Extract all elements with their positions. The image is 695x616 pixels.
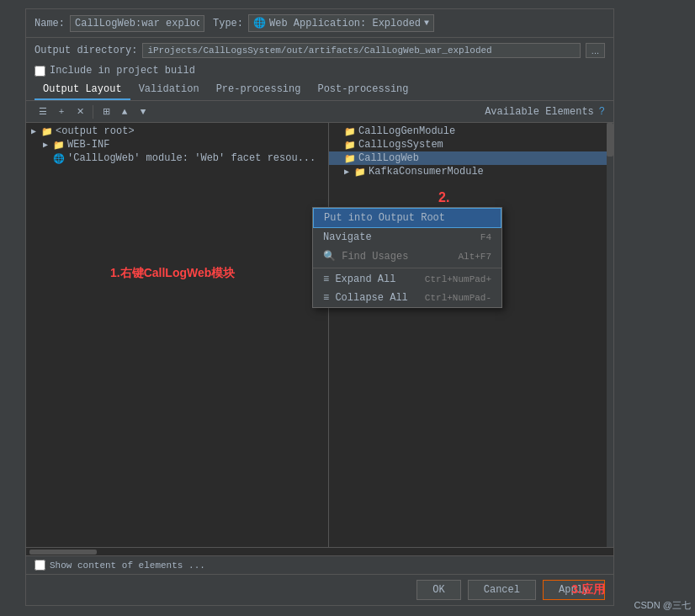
- type-field: Type: 🌐 Web Application: Exploded ▼: [213, 14, 434, 32]
- arrow-icon: [43, 154, 53, 163]
- output-dir-row: Output directory: ...: [26, 38, 613, 63]
- arrow-icon: [334, 127, 344, 136]
- menu-item-shortcut: Ctrl+NumPad-: [425, 293, 491, 303]
- folder-icon: 📁: [344, 126, 356, 137]
- toolbar-list-btn[interactable]: ☰: [34, 104, 51, 119]
- available-elements-label: Available Elements: [485, 106, 594, 118]
- arrow-icon: ▶: [31, 126, 41, 136]
- right-tree-item-callloggenmodule[interactable]: 📁 CallLogGenModule: [329, 125, 613, 138]
- dialog-footer: 3.应用 OK Cancel Apply: [26, 574, 613, 605]
- browse-button[interactable]: ...: [586, 43, 605, 58]
- arrow-icon: [334, 154, 344, 163]
- context-menu-navigate[interactable]: Navigate F4: [313, 228, 501, 247]
- show-content-row: Show content of elements ...: [34, 560, 205, 571]
- tab-postprocessing[interactable]: Post-processing: [309, 80, 416, 100]
- tab-output-layout[interactable]: Output Layout: [34, 80, 130, 100]
- help-icon[interactable]: ?: [599, 106, 605, 118]
- annotation-3: 3.应用: [571, 582, 605, 597]
- folder-icon: 📁: [344, 140, 356, 151]
- scrollbar-thumb: [29, 550, 97, 555]
- annotation-1: 1.右键CallLogWeb模块: [110, 266, 235, 281]
- include-label: Include in project build: [50, 65, 195, 77]
- cancel-button[interactable]: Cancel: [468, 580, 536, 600]
- horizontal-scrollbar[interactable]: [26, 547, 613, 555]
- toolbar-up-btn[interactable]: ▲: [116, 104, 133, 119]
- tab-preprocessing[interactable]: Pre-processing: [208, 80, 310, 100]
- context-menu-expand-all[interactable]: ≡ Expand All Ctrl+NumPad+: [313, 270, 501, 289]
- toolbar-add-btn[interactable]: +: [53, 104, 70, 119]
- annotation-2: 2.: [438, 190, 449, 205]
- arrow-icon: [334, 141, 344, 150]
- web-app-icon: 🌐: [253, 17, 266, 29]
- menu-item-shortcut: Ctrl+NumPad+: [425, 274, 491, 284]
- tree-item-calllogweb-module[interactable]: 🌐 'CallLogWeb' module: 'Web' facet resou…: [26, 151, 328, 165]
- right-scrollbar[interactable]: [607, 123, 613, 547]
- tree-label: CallLogGenModule: [358, 125, 455, 137]
- menu-item-label: ≡ Expand All: [323, 273, 395, 285]
- right-tree-item-calllogweb[interactable]: 📁 CallLogWeb: [329, 151, 613, 165]
- menu-item-label: Navigate: [323, 231, 372, 243]
- web-icon: 🌐: [53, 153, 65, 164]
- folder-icon: 📁: [354, 167, 366, 178]
- tree-label: WEB-INF: [67, 139, 109, 151]
- folder-icon: 📁: [41, 126, 53, 137]
- tree-label: CallLogsSystem: [358, 139, 443, 151]
- right-tree-item-kafkaconsumermodule[interactable]: ▶ 📁 KafkaConsumerModule: [329, 165, 613, 178]
- type-value: Web Application: Exploded: [269, 18, 421, 29]
- menu-item-label: ≡ Collapse All: [323, 292, 408, 304]
- toolbar-separator-1: [93, 105, 93, 119]
- context-menu-separator: [313, 268, 501, 268]
- bottom-panel: Show content of elements ...: [26, 555, 613, 574]
- tree-item-web-inf[interactable]: ▶ 📁 WEB-INF: [26, 138, 328, 151]
- tree-label: <output root>: [56, 125, 135, 137]
- content-area: ▶ 📁 <output root> ▶ 📁 WEB-INF 🌐 'CallLog…: [26, 123, 613, 547]
- toolbar: ☰ + ✕ ⊞ ▲ ▼ Available Elements ?: [26, 101, 613, 123]
- menu-item-label: Put into Output Root: [324, 212, 445, 224]
- toolbar-down-btn[interactable]: ▼: [135, 104, 151, 119]
- tree-label: 'CallLogWeb' module: 'Web' facet resou..…: [67, 152, 316, 164]
- arrow-icon: ▶: [43, 140, 53, 150]
- name-field: Name:: [34, 15, 204, 32]
- toolbar-grid-btn[interactable]: ⊞: [98, 104, 114, 119]
- ok-button[interactable]: OK: [416, 580, 460, 600]
- menu-item-label: 🔍 Find Usages: [323, 250, 408, 263]
- artifact-dialog: Name: Type: 🌐 Web Application: Exploded …: [25, 8, 614, 606]
- menu-item-shortcut: F4: [480, 232, 491, 242]
- show-content-label: Show content of elements ...: [50, 560, 205, 571]
- tree-label: KafkaConsumerModule: [369, 166, 484, 178]
- toolbar-remove-btn[interactable]: ✕: [72, 104, 88, 119]
- name-input[interactable]: [70, 15, 204, 32]
- show-content-checkbox[interactable]: [34, 560, 45, 571]
- type-label: Type:: [213, 18, 243, 29]
- include-checkbox-row: Include in project build: [26, 63, 613, 80]
- folder-icon: 📁: [344, 153, 356, 164]
- tree-label: CallLogWeb: [358, 152, 419, 164]
- chevron-down-icon: ▼: [424, 19, 429, 28]
- tab-validation[interactable]: Validation: [130, 80, 208, 100]
- context-menu-find-usages[interactable]: 🔍 Find Usages Alt+F7: [313, 247, 501, 266]
- output-dir-label: Output directory:: [34, 45, 137, 56]
- output-dir-input[interactable]: [142, 43, 580, 58]
- tabs-bar: Output Layout Validation Pre-processing …: [26, 80, 613, 101]
- tree-item-output-root[interactable]: ▶ 📁 <output root>: [26, 125, 328, 138]
- dialog-header: Name: Type: 🌐 Web Application: Exploded …: [26, 9, 613, 38]
- csdn-watermark: CSDN @三七: [634, 599, 691, 612]
- context-menu: Put into Output Root Navigate F4 🔍 Find …: [312, 207, 502, 308]
- menu-item-shortcut: Alt+F7: [458, 252, 491, 262]
- name-label: Name:: [34, 18, 65, 29]
- right-panel: 📁 CallLogGenModule 📁 CallLogsSystem 📁 Ca…: [329, 123, 613, 547]
- arrow-icon: ▶: [344, 167, 354, 177]
- scrollbar-thumb: [607, 123, 613, 157]
- context-menu-collapse-all[interactable]: ≡ Collapse All Ctrl+NumPad-: [313, 289, 501, 307]
- type-select[interactable]: 🌐 Web Application: Exploded ▼: [248, 14, 434, 32]
- folder-icon: 📁: [53, 140, 65, 151]
- include-checkbox[interactable]: [34, 66, 45, 77]
- context-menu-put-into-output-root[interactable]: Put into Output Root: [313, 208, 501, 228]
- right-tree-item-calllogssystem[interactable]: 📁 CallLogsSystem: [329, 138, 613, 151]
- left-panel: ▶ 📁 <output root> ▶ 📁 WEB-INF 🌐 'CallLog…: [26, 123, 329, 547]
